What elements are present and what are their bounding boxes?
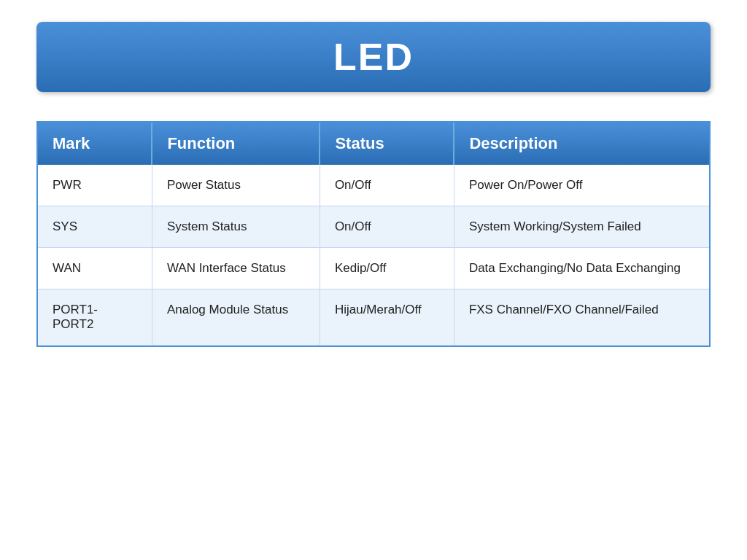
cell-status: On/Off (320, 165, 454, 206)
cell-mark: PWR (38, 165, 152, 206)
header-mark: Mark (38, 122, 152, 165)
header-function: Function (152, 122, 320, 165)
table-body: PWRPower StatusOn/OffPower On/Power OffS… (38, 165, 709, 346)
header-description: Description (454, 122, 709, 165)
cell-description: FXS Channel/FXO Channel/Failed (454, 289, 709, 346)
cell-description: Power On/Power Off (454, 165, 709, 206)
title-banner: LED (36, 22, 711, 92)
cell-mark: PORT1-PORT2 (38, 289, 152, 346)
cell-description: System Working/System Failed (454, 206, 709, 248)
page-title: LED (333, 36, 414, 78)
cell-mark: SYS (38, 206, 152, 248)
led-table: Mark Function Status Description PWRPowe… (38, 122, 709, 346)
table-row: PORT1-PORT2Analog Module StatusHijau/Mer… (38, 289, 709, 346)
table-row: SYSSystem StatusOn/OffSystem Working/Sys… (38, 206, 709, 248)
led-table-container: Mark Function Status Description PWRPowe… (36, 121, 711, 347)
cell-mark: WAN (38, 248, 152, 289)
cell-status: On/Off (320, 206, 454, 248)
header-status: Status (320, 122, 454, 165)
table-row: PWRPower StatusOn/OffPower On/Power Off (38, 165, 709, 206)
table-header-row: Mark Function Status Description (38, 122, 709, 165)
cell-description: Data Exchanging/No Data Exchanging (454, 248, 709, 289)
table-row: WANWAN Interface StatusKedip/OffData Exc… (38, 248, 709, 289)
cell-function: Analog Module Status (152, 289, 320, 346)
cell-function: Power Status (152, 165, 320, 206)
cell-status: Hijau/Merah/Off (320, 289, 454, 346)
cell-status: Kedip/Off (320, 248, 454, 289)
cell-function: WAN Interface Status (152, 248, 320, 289)
cell-function: System Status (152, 206, 320, 248)
